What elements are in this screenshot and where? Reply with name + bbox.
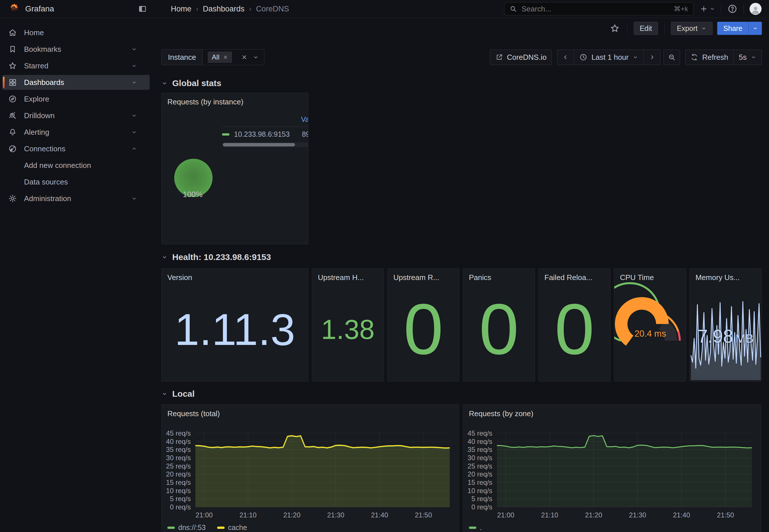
sidebar-item-dashboards[interactable]: Dashboards	[2, 75, 150, 90]
help-icon[interactable]	[727, 3, 738, 14]
svg-text:0 req/s: 0 req/s	[471, 503, 492, 511]
requests-total-chart[interactable]: 45 req/s40 req/s35 req/s30 req/s25 req/s…	[162, 405, 459, 522]
chevron-down-icon[interactable]	[130, 46, 139, 52]
legend-value-column-header[interactable]: Va	[222, 115, 308, 124]
chevron-down-icon[interactable]	[130, 195, 139, 202]
time-shift-forward-button[interactable]	[643, 50, 660, 65]
chevron-down-icon[interactable]	[253, 54, 259, 60]
panel-requests-total: Requests (total) 45 req/s40 req/s35 req/…	[161, 404, 459, 532]
edit-button[interactable]: Edit	[634, 22, 658, 35]
svg-text:21:50: 21:50	[717, 511, 734, 519]
zoom-out-button[interactable]	[663, 49, 680, 65]
export-button[interactable]: Export	[671, 22, 713, 35]
sidebar-item-connections[interactable]: Connections	[2, 141, 150, 156]
panel-title[interactable]: Failed Reloa...	[544, 273, 592, 282]
sidebar-item-bookmarks[interactable]: Bookmarks	[2, 42, 150, 57]
dashboards-grid-icon	[8, 78, 17, 87]
add-new-button[interactable]	[700, 5, 715, 13]
local-charts-row: Requests (total) 45 req/s40 req/s35 req/…	[161, 404, 762, 532]
grafana-logo[interactable]	[9, 3, 20, 15]
chevron-down-icon[interactable]	[130, 63, 139, 69]
search-input[interactable]	[521, 4, 670, 14]
legend-row: 10.233.98.6:9153 89	[222, 130, 308, 138]
health-stats-row: Version 1.11.3 Upstream H... 1.38 Upstre…	[161, 268, 762, 382]
share-button[interactable]: Share	[717, 22, 748, 35]
panel-title[interactable]: Upstream R...	[393, 273, 439, 282]
panel-title[interactable]: Requests (by instance)	[167, 98, 243, 106]
sidebar-item-starred[interactable]: Starred	[2, 58, 150, 73]
legend-item-cache[interactable]: cache	[217, 523, 247, 532]
svg-text:21:50: 21:50	[415, 511, 432, 519]
stat-value: 1.11.3	[162, 307, 308, 352]
chevron-up-icon[interactable]	[130, 146, 139, 152]
svg-text:5 req/s: 5 req/s	[170, 495, 191, 503]
pie-percent-label: 100%	[183, 190, 203, 199]
legend-item-zone-dot[interactable]: .	[469, 523, 482, 532]
refresh-button[interactable]: Refresh	[685, 50, 733, 65]
sidebar-item-data-sources[interactable]: Data sources	[2, 174, 150, 189]
svg-text:20 req/s: 20 req/s	[467, 470, 492, 478]
legend-horizontal-scrollbar[interactable]	[222, 142, 308, 147]
time-shift-back-button[interactable]	[557, 50, 574, 65]
sidebar-item-administration[interactable]: Administration	[2, 191, 150, 206]
search-input-container[interactable]: ⌘+k	[504, 2, 693, 15]
panel-title[interactable]: Upstream H...	[318, 273, 364, 282]
chevron-down-icon[interactable]	[130, 129, 139, 135]
sidebar-item-explore[interactable]: Explore	[2, 92, 150, 106]
panel-requests-by-zone: Requests (by zone) 45 req/s40 req/s35 re…	[463, 404, 761, 532]
chevron-down-icon[interactable]	[130, 79, 139, 86]
chevron-down-icon[interactable]	[130, 112, 139, 119]
stat-value: 0	[388, 294, 459, 365]
svg-text:21:00: 21:00	[497, 511, 514, 519]
section-global-stats[interactable]: Global stats	[161, 78, 762, 88]
breadcrumb-dashboards[interactable]: Dashboards	[203, 5, 245, 13]
drilldown-icon	[8, 111, 17, 120]
svg-text:21:40: 21:40	[371, 511, 388, 519]
cpu-gauge: 20.4 ms	[614, 269, 686, 382]
coredns-link-button[interactable]: CoreDNS.io	[490, 49, 552, 65]
chevron-down-icon	[161, 391, 168, 397]
panel-title[interactable]: CPU Time	[620, 273, 654, 282]
filter-value-dropdown[interactable]: All	[203, 49, 264, 65]
section-health[interactable]: Health: 10.233.98.6:9153	[161, 252, 762, 262]
user-avatar[interactable]	[750, 3, 762, 15]
clear-filter-icon[interactable]	[241, 54, 247, 60]
time-range-picker[interactable]: Last 1 hour	[574, 50, 643, 65]
svg-text:30 req/s: 30 req/s	[166, 454, 191, 462]
refresh-interval-dropdown[interactable]: 5s	[734, 50, 762, 65]
series-color-swatch	[222, 133, 229, 136]
breadcrumb-home[interactable]: Home	[171, 5, 191, 13]
panel-title[interactable]: Version	[167, 273, 192, 282]
series-name[interactable]: 10.233.98.6:9153	[234, 130, 290, 138]
sidebar-item-add-new-connection[interactable]: Add new connection	[2, 158, 150, 173]
bookmark-icon	[8, 45, 17, 53]
series-value: 89	[302, 130, 308, 138]
refresh-group: Refresh 5s	[685, 49, 762, 65]
svg-text:21:10: 21:10	[239, 511, 257, 519]
sidebar-toggle-icon[interactable]	[138, 4, 147, 14]
stat-value: 0	[539, 294, 610, 365]
panel-title[interactable]: Panics	[469, 273, 491, 282]
chevron-down-icon	[161, 254, 168, 260]
home-icon	[8, 28, 17, 37]
clock-icon	[579, 53, 587, 61]
dashboard-actions-row: Edit Export Share	[161, 18, 762, 39]
share-menu-caret[interactable]	[748, 22, 762, 35]
svg-text:35 req/s: 35 req/s	[467, 446, 492, 453]
sidebar-item-alerting[interactable]: Alerting	[2, 125, 150, 140]
legend-item-dns53[interactable]: dns://:53	[167, 523, 206, 532]
sidebar-item-home[interactable]: Home	[2, 25, 150, 40]
close-icon[interactable]	[223, 55, 228, 60]
svg-text:35 req/s: 35 req/s	[166, 446, 191, 453]
svg-text:10 req/s: 10 req/s	[467, 487, 492, 495]
sidebar-item-drilldown[interactable]: Drilldown	[2, 108, 150, 123]
favorite-star-icon[interactable]	[610, 23, 620, 33]
scrollbar-thumb[interactable]	[223, 143, 295, 146]
search-shortcut: ⌘+k	[674, 5, 688, 13]
dashboard-main: Edit Export Share Instance All	[154, 18, 769, 532]
search-icon	[510, 5, 517, 13]
section-local[interactable]: Local	[161, 389, 762, 399]
external-link-icon	[496, 53, 503, 61]
filter-chip-all[interactable]: All	[208, 51, 232, 63]
requests-by-zone-chart[interactable]: 45 req/s40 req/s35 req/s30 req/s25 req/s…	[463, 405, 761, 522]
